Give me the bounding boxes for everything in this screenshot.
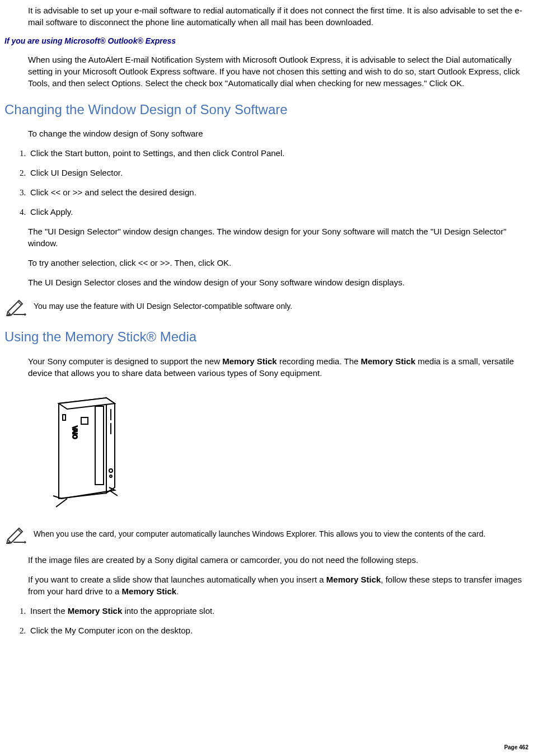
svg-point-4 (110, 475, 112, 477)
bold-text: Memory Stick (326, 575, 381, 584)
list-item: Click << or >> and select the desired de… (28, 186, 530, 198)
computer-illustration: VAIO (28, 387, 530, 513)
svg-rect-6 (81, 417, 88, 424)
outlook-paragraph: When using the AutoAlert E-mail Notifica… (28, 54, 530, 89)
text: recording media. The (277, 356, 361, 366)
list-item: Click Apply. (28, 206, 530, 218)
changing-intro: To change the window design of Sony soft… (28, 128, 530, 139)
changing-para-2: To try another selection, click << or >>… (28, 257, 530, 269)
intro-paragraph: It is advisable to set up your e-mail so… (28, 4, 530, 28)
memory-steps-list: Insert the Memory Stick into the appropr… (4, 605, 530, 636)
svg-point-3 (109, 469, 113, 472)
list-item: Insert the Memory Stick into the appropr… (28, 605, 530, 617)
text: into the appropriate slot. (122, 606, 214, 616)
svg-rect-0 (95, 406, 104, 485)
list-item: Click the Start button, point to Setting… (28, 147, 530, 159)
text: . (176, 586, 179, 596)
bold-text: Memory Stick (222, 356, 277, 366)
note-ui-design: You may use the feature with UI Design S… (4, 296, 530, 316)
note-memory-explorer: When you use the card, your computer aut… (4, 524, 530, 544)
list-item: Click UI Design Selector. (28, 167, 530, 179)
text: Your Sony computer is designed to suppor… (28, 356, 222, 366)
bold-text: Memory Stick (68, 606, 123, 616)
memory-slide-para: If you want to create a slide show that … (28, 574, 530, 597)
bold-text: Memory Stick (361, 356, 416, 366)
text: If you want to create a slide show that … (28, 575, 326, 584)
note-text: When you use the card, your computer aut… (34, 529, 485, 538)
outlook-subheading: If you are using Microsoft® Outlook® Exp… (4, 36, 530, 47)
memory-intro: Your Sony computer is designed to suppor… (28, 355, 530, 379)
heading-changing-window-design: Changing the Window Design of Sony Softw… (4, 100, 530, 119)
svg-text:VAIO: VAIO (72, 426, 78, 439)
changing-para-1: The "UI Design Selector" window design c… (28, 226, 530, 249)
pencil-note-icon (4, 296, 29, 316)
list-item: Click the My Computer icon on the deskto… (28, 624, 530, 636)
svg-rect-7 (63, 415, 65, 420)
note-text: You may use the feature with UI Design S… (34, 302, 292, 311)
text: Insert the (30, 606, 68, 616)
bold-text: Memory Stick (122, 586, 177, 596)
pencil-note-icon (4, 524, 29, 544)
changing-para-3: The UI Design Selector closes and the wi… (28, 276, 530, 288)
memory-para-1: If the image files are created by a Sony… (28, 554, 530, 566)
changing-steps-list: Click the Start button, point to Setting… (4, 147, 530, 218)
heading-memory-stick: Using the Memory Stick® Media (4, 327, 530, 346)
